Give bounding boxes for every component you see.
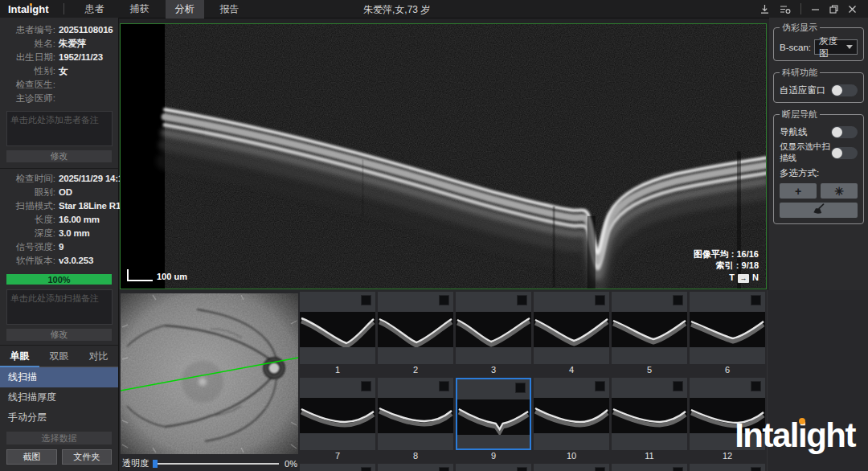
- thumbnail-cell[interactable]: [456, 292, 531, 364]
- thumbnail-1[interactable]: 1: [300, 292, 375, 375]
- thumbnail-checkbox[interactable]: [515, 383, 526, 393]
- thumbnail-cell[interactable]: [534, 464, 609, 471]
- thumbnail-2[interactable]: 2: [378, 292, 453, 375]
- minimize-icon[interactable]: [811, 5, 820, 14]
- thumbnail-cell[interactable]: [690, 464, 765, 471]
- thumbnail-checkbox[interactable]: [361, 467, 371, 471]
- thumbnail-cell[interactable]: [690, 292, 765, 364]
- tab-both-eyes[interactable]: 双眼: [39, 346, 79, 367]
- adaptive-window-toggle[interactable]: [831, 84, 858, 96]
- export-download-icon[interactable]: [760, 4, 770, 14]
- patient-field-row: 主诊医师:: [5, 93, 113, 104]
- thumbnail-bscan-image: [300, 312, 375, 347]
- thumbnail-checkbox[interactable]: [751, 381, 761, 391]
- pseudocolor-group: 伪彩显示 B-scan: 灰度图: [773, 22, 864, 61]
- clear-selection-button[interactable]: [780, 203, 858, 218]
- bscan-color-dropdown[interactable]: 灰度图: [814, 39, 858, 55]
- menu-report[interactable]: 报告: [211, 0, 249, 18]
- thumbnail-row: 1 2 3 4 5 6: [300, 292, 767, 375]
- thumbnail-checkbox[interactable]: [673, 295, 683, 305]
- thumbnail-cell[interactable]: [300, 292, 375, 364]
- exam-field-row: 深度:3.0 mm: [5, 228, 113, 239]
- thumbnail-7[interactable]: 7: [300, 378, 375, 461]
- scan-note-input[interactable]: [6, 289, 113, 325]
- thumbnail-partial[interactable]: [534, 464, 609, 471]
- bscan-viewer[interactable]: 100 um 图像平均 : 16/16 索引 : 9/18 T → N: [120, 23, 767, 289]
- thumbnail-checkbox[interactable]: [439, 295, 449, 305]
- thumbnail-cell[interactable]: [378, 378, 453, 450]
- mode-item-line-scan-thickness[interactable]: 线扫描厚度: [0, 387, 118, 408]
- scan-index-label: 索引 : 9/18: [694, 260, 759, 272]
- tab-single-eye[interactable]: 单眼: [0, 346, 39, 367]
- menu-patient[interactable]: 患者: [76, 0, 114, 18]
- thumbnail-bscan-image: [612, 312, 687, 347]
- settings-list-icon[interactable]: [780, 4, 791, 14]
- thumbnail-cell[interactable]: [300, 464, 375, 471]
- thumbnail-cell[interactable]: [612, 378, 687, 450]
- thumbnail-cell-selected[interactable]: [456, 378, 531, 450]
- thumbnail-cell[interactable]: [612, 464, 687, 471]
- opacity-slider-handle[interactable]: [153, 460, 158, 468]
- scale-label: 100 um: [157, 272, 187, 281]
- thumbnail-checkbox[interactable]: [439, 381, 449, 391]
- field-label: 扫描模式:: [5, 201, 55, 211]
- thumbnail-checkbox[interactable]: [361, 295, 371, 305]
- thumbnail-4[interactable]: 4: [534, 292, 609, 375]
- fundus-image[interactable]: [121, 293, 298, 454]
- tab-compare[interactable]: 对比: [79, 346, 118, 367]
- thumbnail-cell[interactable]: [456, 464, 531, 471]
- modify-patient-button[interactable]: 修改: [6, 150, 112, 162]
- thumbnail-checkbox[interactable]: [595, 467, 605, 471]
- thumbnail-checkbox[interactable]: [673, 381, 683, 391]
- thumbnail-cell[interactable]: [300, 378, 375, 450]
- menu-analysis[interactable]: 分析: [166, 0, 204, 18]
- thumbnail-6[interactable]: 6: [690, 292, 765, 375]
- folder-button[interactable]: 文件夹: [62, 449, 113, 465]
- field-label: 检查医生:: [5, 80, 55, 90]
- toggle-knob: [832, 148, 842, 158]
- thumbnail-checkbox[interactable]: [595, 295, 605, 305]
- thumbnail-partial[interactable]: [690, 464, 765, 471]
- screenshot-button[interactable]: 截图: [6, 449, 57, 465]
- thumbnail-10[interactable]: 10: [534, 378, 609, 461]
- thumbnail-9-selected[interactable]: 9: [456, 378, 531, 461]
- mode-item-manual-segmentation[interactable]: 手动分层: [0, 408, 118, 428]
- thumbnail-checkbox[interactable]: [361, 381, 371, 391]
- patient-note-input[interactable]: [6, 111, 113, 146]
- orientation-indicator: T → N: [694, 272, 759, 284]
- field-value: v3.0.253: [59, 256, 93, 266]
- thumbnail-checkbox[interactable]: [751, 295, 761, 305]
- close-icon[interactable]: [848, 5, 857, 14]
- nav-line-toggle[interactable]: [831, 126, 858, 138]
- thumbnail-checkbox[interactable]: [517, 295, 527, 305]
- maximize-icon[interactable]: [829, 5, 838, 14]
- thumbnail-cell[interactable]: [534, 378, 609, 450]
- add-scanline-button[interactable]: +: [780, 183, 817, 199]
- thumbnail-cell[interactable]: [534, 292, 609, 364]
- thumbnail-bscan-image: [300, 398, 375, 433]
- thumbnail-checkbox[interactable]: [595, 381, 605, 391]
- thumbnail-partial[interactable]: [456, 464, 531, 471]
- thumbnail-8[interactable]: 8: [378, 378, 453, 461]
- thumbnail-partial[interactable]: [378, 464, 453, 471]
- thumbnail-checkbox[interactable]: [751, 467, 761, 471]
- thumbnail-11[interactable]: 11: [612, 378, 687, 461]
- thumbnail-cell[interactable]: [612, 292, 687, 364]
- star-select-all-button[interactable]: ✳: [821, 183, 858, 199]
- mode-item-line-scan[interactable]: 线扫描: [0, 367, 118, 387]
- select-data-button[interactable]: 选择数据: [6, 432, 112, 444]
- opacity-slider[interactable]: [153, 463, 279, 465]
- thumbnail-partial[interactable]: [612, 464, 687, 471]
- thumbnail-cell[interactable]: [378, 292, 453, 364]
- menu-capture[interactable]: 捕获: [121, 0, 159, 18]
- thumbnail-checkbox[interactable]: [439, 467, 449, 471]
- thumbnail-5[interactable]: 5: [612, 292, 687, 375]
- modify-scan-button[interactable]: 修改: [6, 329, 112, 341]
- thumbnail-checkbox[interactable]: [517, 467, 527, 471]
- thumbnail-3[interactable]: 3: [456, 292, 531, 375]
- thumbnail-partial[interactable]: [300, 464, 375, 471]
- thumbnail-row-partial: [300, 464, 767, 471]
- thumbnail-cell[interactable]: [378, 464, 453, 471]
- only-selected-toggle[interactable]: [831, 147, 858, 159]
- thumbnail-checkbox[interactable]: [673, 467, 683, 471]
